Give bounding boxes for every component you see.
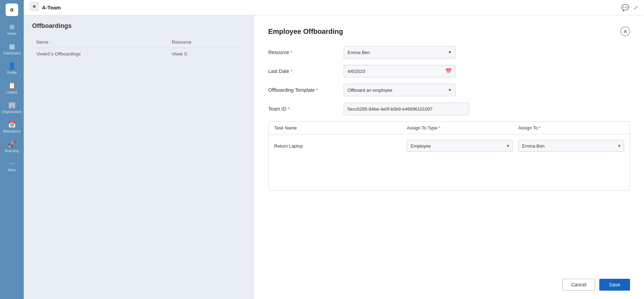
sidebar-item-dashboard[interactable]: ▦ Dashboard: [2, 40, 22, 58]
sidebar-item-organization[interactable]: 🏢 Organization: [2, 98, 22, 117]
assign-type-select[interactable]: Employee Manager HR: [407, 140, 513, 152]
task-row: Return Laptop Employee Manager HR ▼: [274, 139, 624, 153]
template-select-wrapper: Offboard an employee ▼: [344, 84, 455, 96]
sidebar-item-more[interactable]: ··· More: [2, 157, 22, 175]
last-date-required: *: [291, 69, 292, 74]
dialog-title: Employee Offboarding: [268, 28, 343, 36]
tasks-table: Task Name Assign To Type * Assign To * R…: [268, 121, 630, 190]
home-icon: ⊞: [9, 23, 15, 31]
list-panel-title: Offboardings: [32, 22, 246, 30]
template-select[interactable]: Offboard an employee: [344, 84, 455, 96]
last-date-row: Last Date * 📅: [268, 65, 630, 77]
tasks-table-header: Task Name Assign To Type * Assign To *: [269, 122, 630, 134]
team-id-input[interactable]: [344, 103, 469, 115]
tasks-col-assign-type: Assign To Type *: [407, 125, 513, 130]
topbar: α A-Team 💬 ⤢: [24, 0, 644, 15]
close-button[interactable]: ✕: [620, 27, 630, 36]
content-area: Offboardings Name ↑ Resource VivekS's Of…: [24, 15, 644, 299]
sidebar-item-attendance[interactable]: 📅 Attendance: [2, 118, 22, 136]
team-id-row: Team ID *: [268, 103, 630, 115]
sidebar-item-leaves[interactable]: 📋 Leaves: [2, 79, 22, 97]
dialog-footer: Cancel Save: [562, 279, 630, 291]
assign-type-required: *: [438, 125, 440, 130]
sort-icon: ↑: [50, 40, 52, 44]
resource-label: Resource *: [268, 50, 338, 55]
sidebar: α ⊞ Home ▦ Dashboard 👤 Profile 📋 Leaves …: [0, 0, 24, 299]
row-resource: Vivek S: [172, 51, 242, 57]
sidebar-label-attendance: Attendance: [3, 129, 21, 133]
save-button[interactable]: Save: [599, 279, 630, 291]
assign-to-select[interactable]: Emma Ben Vivek S: [518, 140, 624, 152]
dialog-header: Employee Offboarding ✕: [268, 27, 630, 36]
resource-select[interactable]: Emma Ben Vivek S: [344, 46, 455, 59]
task-assign-type-cell: Employee Manager HR ▼: [407, 140, 513, 152]
sidebar-item-boarding[interactable]: 🚀 Boarding: [2, 137, 22, 156]
template-required: *: [316, 88, 318, 93]
task-name-cell: Return Laptop: [274, 143, 401, 149]
expand-icon[interactable]: ⤢: [633, 4, 638, 12]
last-date-label: Last Date *: [268, 68, 338, 74]
tasks-body: Return Laptop Employee Manager HR ▼: [269, 134, 630, 190]
row-name: VivekS's Offboardings: [36, 51, 172, 57]
sidebar-item-profile[interactable]: 👤 Profile: [2, 59, 22, 77]
resource-row: Resource * Emma Ben Vivek S ▼: [268, 46, 630, 59]
tasks-col-task-name: Task Name: [274, 125, 401, 130]
dashboard-icon: ▦: [9, 43, 15, 50]
list-row[interactable]: VivekS's Offboardings Vivek S: [32, 47, 246, 60]
team-id-label: Team ID *: [268, 106, 338, 112]
topbar-actions: 💬 ⤢: [621, 4, 638, 12]
chat-icon[interactable]: 💬: [621, 4, 629, 12]
list-panel: Offboardings Name ↑ Resource VivekS's Of…: [24, 15, 254, 299]
sidebar-label-profile: Profile: [7, 71, 17, 75]
leaves-icon: 📋: [8, 82, 16, 89]
resource-select-wrapper: Emma Ben Vivek S ▼: [344, 46, 455, 59]
more-icon: ···: [9, 160, 14, 167]
col-header-resource: Resource: [172, 39, 242, 45]
profile-icon: 👤: [8, 62, 16, 70]
assign-to-wrapper: Emma Ben Vivek S ▼: [518, 140, 624, 152]
sidebar-label-leaves: Leaves: [6, 90, 17, 94]
sidebar-item-home[interactable]: ⊞ Home: [2, 20, 22, 38]
date-wrapper: 📅: [344, 65, 455, 77]
boarding-icon: 🚀: [8, 140, 16, 148]
last-date-input[interactable]: [344, 65, 455, 77]
assign-type-wrapper: Employee Manager HR ▼: [407, 140, 513, 152]
task-assign-to-cell: Emma Ben Vivek S ▼: [518, 140, 624, 152]
cancel-button[interactable]: Cancel: [562, 279, 595, 291]
sidebar-label-home: Home: [7, 32, 17, 36]
assign-to-required: *: [539, 125, 541, 130]
sidebar-label-organization: Organization: [2, 110, 22, 114]
topbar-logo: α: [29, 1, 39, 11]
sidebar-label-dashboard: Dashboard: [3, 51, 21, 55]
sidebar-label-more: More: [8, 168, 16, 172]
dialog-panel: Employee Offboarding ✕ Resource * Emma B…: [254, 15, 644, 299]
col-header-name: Name ↑: [36, 39, 172, 45]
organization-icon: 🏢: [8, 101, 16, 109]
app-logo: α: [6, 3, 18, 16]
list-table-header: Name ↑ Resource: [32, 37, 246, 47]
template-label: Offboarding Template *: [268, 87, 338, 93]
team-id-required: *: [288, 106, 290, 112]
template-row: Offboarding Template * Offboard an emplo…: [268, 84, 630, 96]
tasks-col-assign-to: Assign To *: [518, 125, 624, 130]
topbar-title: A-Team: [42, 5, 61, 10]
attendance-icon: 📅: [8, 121, 16, 128]
main-area: α A-Team 💬 ⤢ Offboardings Name ↑ Resourc…: [24, 0, 644, 299]
sidebar-label-boarding: Boarding: [5, 149, 19, 153]
resource-required: *: [291, 50, 292, 55]
